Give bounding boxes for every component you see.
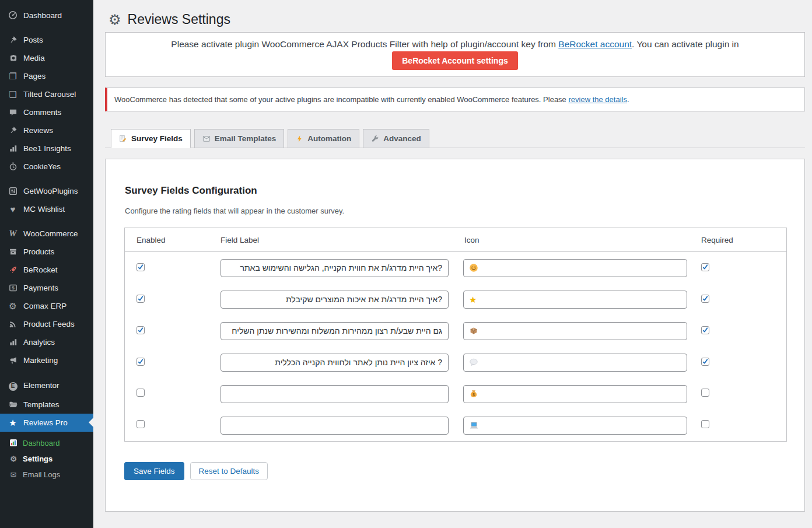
- sidebar-item-product-feeds[interactable]: Product Feeds: [0, 315, 93, 333]
- sidebar-item-analytics[interactable]: Analytics: [0, 333, 93, 351]
- sidebar-item-templates[interactable]: Templates: [0, 396, 93, 414]
- column-header-required: Required: [701, 236, 786, 244]
- sidebar-item-reviews-pro[interactable]: ★ Reviews Pro: [0, 414, 93, 432]
- page-title-row: ⚙ Reviews Settings: [105, 0, 805, 32]
- sidebar-item-posts[interactable]: Posts: [0, 31, 93, 49]
- submenu-item-label: Dashboard: [23, 439, 60, 447]
- package-emoji: [469, 326, 478, 335]
- sidebar-item-label: Reviews Pro: [23, 418, 68, 427]
- required-checkbox[interactable]: [701, 326, 709, 334]
- submenu-item-email-logs[interactable]: ✉ Email Logs: [0, 467, 93, 482]
- section-heading: Survey Fields Configuration: [125, 185, 786, 197]
- sidebar-item-tilted-carousel[interactable]: ❏ Tilted Carousel: [0, 85, 93, 103]
- laptop-emoji: [469, 421, 479, 430]
- sidebar-item-media[interactable]: Media: [0, 49, 93, 67]
- bar-chart-icon: [8, 338, 18, 347]
- comment-bubble-icon: [8, 108, 18, 117]
- column-header-enabled: Enabled: [125, 236, 220, 244]
- bar-chart-icon: [8, 144, 18, 153]
- main-content: ⚙ Reviews Settings Please activate plugi…: [93, 0, 812, 528]
- sidebar-item-label: Tilted Carousel: [23, 90, 76, 99]
- required-checkbox[interactable]: [701, 420, 709, 428]
- required-checkbox[interactable]: [701, 389, 709, 397]
- field-label-input[interactable]: [220, 291, 449, 309]
- field-label-input[interactable]: [220, 259, 449, 277]
- tab-email-templates[interactable]: Email Templates: [194, 129, 285, 148]
- field-label-input[interactable]: [220, 354, 449, 372]
- tab-advanced[interactable]: Advanced: [363, 129, 429, 148]
- dollar-box-icon: $: [8, 284, 18, 292]
- sidebar-item-label: Templates: [23, 400, 60, 409]
- enabled-checkbox[interactable]: [136, 295, 145, 303]
- pages-icon: ❐: [8, 72, 18, 81]
- pushpin-icon: [8, 36, 18, 44]
- sidebar-item-label: Media: [23, 54, 45, 62]
- sidebar-item-label: Dashboard: [23, 11, 62, 20]
- enabled-checkbox[interactable]: [136, 358, 145, 366]
- sliders-icon: [8, 187, 18, 195]
- rss-icon: [8, 320, 18, 328]
- sidebar-item-label: Marketing: [23, 356, 58, 365]
- icon-input[interactable]: [463, 354, 687, 372]
- submenu-item-settings[interactable]: ⚙ Settings: [0, 451, 93, 467]
- field-label-input[interactable]: [220, 417, 449, 435]
- pushpin-icon: [8, 126, 18, 135]
- sidebar-item-label: Bee1 Insights: [23, 144, 71, 153]
- sidebar-item-getwooplugins[interactable]: GetWooPlugins: [0, 182, 93, 200]
- sidebar-item-comments[interactable]: Comments: [0, 103, 93, 121]
- enabled-checkbox[interactable]: [136, 326, 145, 334]
- sidebar-item-mc-wishlist[interactable]: ♥ MC Wishlist: [0, 200, 93, 218]
- tab-label: Email Templates: [215, 134, 276, 143]
- icon-input[interactable]: [463, 417, 687, 435]
- sidebar-item-bee1-insights[interactable]: Bee1 Insights: [0, 139, 93, 158]
- enabled-checkbox[interactable]: [136, 420, 145, 428]
- tab-automation[interactable]: Automation: [288, 129, 359, 148]
- submenu-item-dashboard[interactable]: Dashboard: [0, 435, 93, 451]
- notice-text: Please activate plugin WooCommerce AJAX …: [171, 39, 558, 49]
- page-title: Reviews Settings: [128, 12, 230, 27]
- tab-survey-fields[interactable]: Survey Fields: [111, 129, 191, 148]
- berocket-account-link[interactable]: BeRocket account: [558, 39, 632, 49]
- required-checkbox[interactable]: [701, 295, 709, 303]
- required-checkbox[interactable]: [701, 263, 709, 271]
- survey-fields-table: Enabled Field Label Icon Required ★: [124, 228, 787, 442]
- sidebar-item-label: Payments: [23, 284, 58, 292]
- colored-bar-chart-icon: [9, 439, 18, 447]
- required-checkbox[interactable]: [701, 358, 709, 366]
- sidebar-item-dashboard[interactable]: Dashboard: [0, 6, 93, 25]
- enabled-checkbox[interactable]: [136, 389, 145, 397]
- elementor-circle-icon: E: [8, 380, 18, 391]
- sidebar-item-payments[interactable]: $ Payments: [0, 279, 93, 297]
- field-label-input[interactable]: [220, 322, 449, 340]
- sidebar-item-label: Products: [23, 247, 54, 256]
- sidebar-item-berocket[interactable]: BeRocket: [0, 261, 93, 279]
- sidebar-item-cookieyes[interactable]: CookieYes: [0, 158, 93, 176]
- woocommerce-incompatibility-notice: WooCommerce has detected that some of yo…: [105, 88, 805, 111]
- icon-input[interactable]: ★: [463, 291, 687, 309]
- sidebar-item-woocommerce[interactable]: W WooCommerce: [0, 225, 93, 243]
- sidebar-item-products[interactable]: Products: [0, 243, 93, 261]
- carousel-icon: ❏: [8, 90, 18, 99]
- icon-input[interactable]: $: [463, 385, 687, 403]
- reset-to-defaults-button[interactable]: Reset to Defaults: [190, 462, 268, 480]
- sidebar-item-comax-erp[interactable]: ⚙ Comax ERP: [0, 297, 93, 315]
- notice-text: .: [627, 95, 629, 104]
- sidebar-item-marketing[interactable]: Marketing: [0, 351, 93, 369]
- star-emoji: ★: [469, 295, 477, 304]
- sidebar-item-reviews[interactable]: Reviews: [0, 121, 93, 139]
- star-icon: ★: [8, 418, 18, 427]
- icon-input[interactable]: [463, 322, 687, 340]
- sidebar-item-label: WooCommerce: [23, 229, 78, 238]
- table-row: ★: [125, 284, 786, 315]
- enabled-checkbox[interactable]: [136, 263, 145, 271]
- berocket-account-settings-button[interactable]: BeRocket Account settings: [392, 51, 518, 70]
- sidebar-item-pages[interactable]: ❐ Pages: [0, 67, 93, 85]
- save-fields-button[interactable]: Save Fields: [124, 462, 184, 480]
- money-bag-emoji: $: [469, 389, 478, 398]
- gear-icon: ⚙: [108, 13, 121, 27]
- submenu-item-label: Settings: [23, 454, 52, 463]
- review-details-link[interactable]: review the details: [568, 95, 626, 104]
- field-label-input[interactable]: [220, 385, 449, 403]
- sidebar-item-elementor[interactable]: E Elementor: [0, 376, 93, 396]
- icon-input[interactable]: [463, 259, 687, 277]
